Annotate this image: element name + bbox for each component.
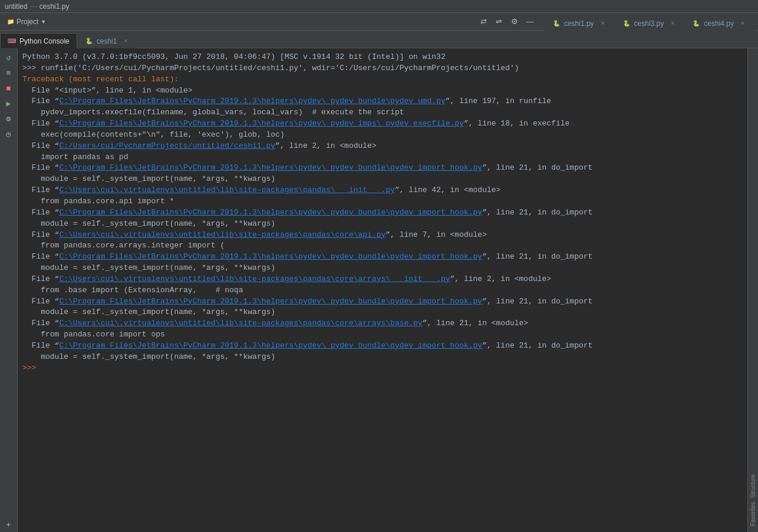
- file-link[interactable]: C:\Users\cui\.virtualenvs\untitled\lib\s…: [59, 319, 422, 328]
- project-button[interactable]: 📁 Project ▼: [4, 16, 50, 27]
- traceback-entry: File “C:/Users/cui/PycharmProjects/untit…: [22, 141, 743, 152]
- tab-close[interactable]: ×: [121, 37, 130, 45]
- traceback-entry: File “C:\Program Files\JetBrains\PyCharm…: [22, 118, 743, 130]
- run-button[interactable]: ▶: [2, 97, 16, 111]
- file-link[interactable]: C:\Users\cui\.virtualenvs\untitled\lib\s…: [59, 275, 450, 283]
- traceback-code: import pandas as pd: [22, 152, 743, 163]
- project-dropdown-icon: ▼: [41, 19, 46, 25]
- traceback-entry: File “C:\Users\cui\.virtualenvs\untitled…: [22, 274, 743, 285]
- py-icon: 🐍: [692, 19, 700, 28]
- title-bar: untitled — ceshi1.py: [0, 0, 758, 13]
- file-link[interactable]: C:\Program Files\JetBrains\PyCharm 2019.…: [59, 119, 464, 128]
- traceback-entry: File “C:\Users\cui\.virtualenvs\untitled…: [22, 230, 743, 241]
- traceback-entry: File “C:\Program Files\JetBrains\PyCharm…: [22, 341, 743, 352]
- tab-close[interactable]: ×: [599, 19, 607, 28]
- file-link[interactable]: C:\Users\cui\.virtualenvs\untitled\lib\s…: [59, 230, 385, 239]
- sync-icon[interactable]: ⇄: [477, 15, 490, 28]
- traceback-entry: File “<input>”, line 1, in <module>: [22, 85, 743, 97]
- tab-ceshi1-py[interactable]: 🐍 ceshi1.py ×: [545, 15, 615, 31]
- runfile-line: >>> runfile('C:/Users/cui/PycharmProject…: [22, 63, 743, 74]
- settings-side-button[interactable]: ⚙: [2, 112, 16, 126]
- project-folder-icon: 📁: [7, 18, 14, 25]
- tab-python-console[interactable]: ⌨ Python Console: [0, 33, 77, 48]
- traceback-line: Traceback (most recent call last):: [22, 74, 743, 85]
- add-button[interactable]: +: [2, 518, 16, 532]
- vert-labels: Structure Favorites: [747, 48, 758, 532]
- tab-ceshi1[interactable]: 🐍 ceshi1 ×: [77, 33, 138, 48]
- file-link[interactable]: C:\Program Files\JetBrains\PyCharm 2019.…: [59, 297, 482, 306]
- traceback-code: module = self._system_import(name, *args…: [22, 174, 743, 185]
- minimize-icon[interactable]: —: [523, 15, 536, 28]
- tab-close[interactable]: ×: [739, 19, 747, 28]
- editor-tabs: 🐍 ceshi1.py × 🐍 ceshi3.py × 🐍 ceshi4.py …: [545, 13, 754, 30]
- tab-label: ceshi1.py: [564, 19, 594, 28]
- main-toolbar: 📁 Project ▼ ⇄ ⇌ ⚙ — 🐍 ceshi1.py × 🐍 cesh…: [0, 13, 758, 31]
- file-link[interactable]: C:\Program Files\JetBrains\PyCharm 2019.…: [59, 208, 482, 217]
- console-prompt: >>>: [22, 363, 743, 374]
- balance-icon[interactable]: ⇌: [493, 15, 506, 28]
- project-label: Project: [17, 18, 38, 26]
- console-output[interactable]: Python 3.7.0 (v3.7.0:1bf9cc5093, Jun 27 …: [18, 48, 747, 532]
- py-icon: 🐍: [552, 19, 561, 28]
- traceback-code: from pandas.core import ops: [22, 329, 743, 341]
- file-link[interactable]: C:\Program Files\JetBrains\PyCharm 2019.…: [59, 341, 482, 350]
- traceback-entry: File “C:\Users\cui\.virtualenvs\untitled…: [22, 185, 743, 196]
- stop-button[interactable]: ■: [2, 81, 16, 95]
- tab-label: ceshi4.py: [704, 19, 734, 28]
- scroll-button[interactable]: ≡: [2, 66, 16, 80]
- traceback-code: exec(compile(contents+"\n", file, 'exec'…: [22, 130, 743, 141]
- tab-ceshi3-py[interactable]: 🐍 ceshi3.py ×: [615, 15, 685, 31]
- history-button[interactable]: ◷: [2, 127, 16, 141]
- traceback-code: from .base import (ExtensionArray, # noq…: [22, 285, 743, 296]
- traceback-entry: File “C:\Program Files\JetBrains\PyCharm…: [22, 252, 743, 263]
- side-toolbar: ↺ ≡ ■ ▶ ⚙ ◷ +: [0, 48, 18, 532]
- toolbar-icons: ⇄ ⇌ ⚙ —: [477, 15, 536, 28]
- main-layout: ↺ ≡ ■ ▶ ⚙ ◷ + Python 3.7.0 (v3.7.0:1bf9c…: [0, 48, 758, 532]
- traceback-code: from pandas.core.arrays.integer import (: [22, 240, 743, 252]
- file-link[interactable]: C:\Program Files\JetBrains\PyCharm 2019.…: [59, 163, 482, 172]
- file-link[interactable]: C:\Program Files\JetBrains\PyCharm 2019.…: [59, 97, 445, 105]
- traceback-entry: File “C:\Program Files\JetBrains\PyCharm…: [22, 296, 743, 308]
- structure-label[interactable]: Structure: [750, 474, 756, 498]
- tab-close[interactable]: ×: [668, 19, 677, 28]
- file-link[interactable]: C:\Users\cui\.virtualenvs\untitled\lib\s…: [59, 186, 395, 194]
- version-line: Python 3.7.0 (v3.7.0:1bf9cc5093, Jun 27 …: [22, 52, 743, 63]
- traceback-entry: File “C:\Program Files\JetBrains\PyCharm…: [22, 96, 743, 107]
- traceback-entry: File “C:\Users\cui\.virtualenvs\untitled…: [22, 318, 743, 329]
- py-icon: 🐍: [622, 19, 631, 28]
- bottom-tabs-row: ⌨ Python Console 🐍 ceshi1 ×: [0, 31, 758, 48]
- favorites-label[interactable]: Favorites: [750, 502, 756, 526]
- tab-ceshi4-py[interactable]: 🐍 ceshi4.py ×: [684, 15, 754, 31]
- title-file: ceshi1.py: [39, 2, 70, 11]
- tab-label: ceshi3.py: [634, 19, 664, 28]
- traceback-code: module = self._system_import(name, *args…: [22, 352, 743, 363]
- console-icon: ⌨: [8, 37, 16, 45]
- tab-label: Python Console: [19, 37, 70, 45]
- traceback-code: module = self._system_import(name, *args…: [22, 263, 743, 274]
- traceback-code: module = self._system_import(name, *args…: [22, 219, 743, 230]
- traceback-entry: File “C:\Program Files\JetBrains\PyCharm…: [22, 163, 743, 174]
- file-link[interactable]: C:/Users/cui/PycharmProjects/untitled/ce…: [59, 141, 275, 150]
- traceback-entry: File “C:\Program Files\JetBrains\PyCharm…: [22, 207, 743, 219]
- settings-icon[interactable]: ⚙: [508, 15, 521, 28]
- traceback-code: pydev_imports.execfile(filename, global_…: [22, 107, 743, 118]
- title-project: untitled: [5, 2, 28, 11]
- file-link[interactable]: C:\Program Files\JetBrains\PyCharm 2019.…: [59, 252, 482, 261]
- traceback-code: module = self._system_import(name, *args…: [22, 307, 743, 318]
- tab-label: ceshi1: [97, 37, 117, 45]
- rerun-button[interactable]: ↺: [2, 51, 16, 65]
- traceback-code: from pandas.core.api import *: [22, 196, 743, 207]
- py-icon: 🐍: [85, 37, 93, 45]
